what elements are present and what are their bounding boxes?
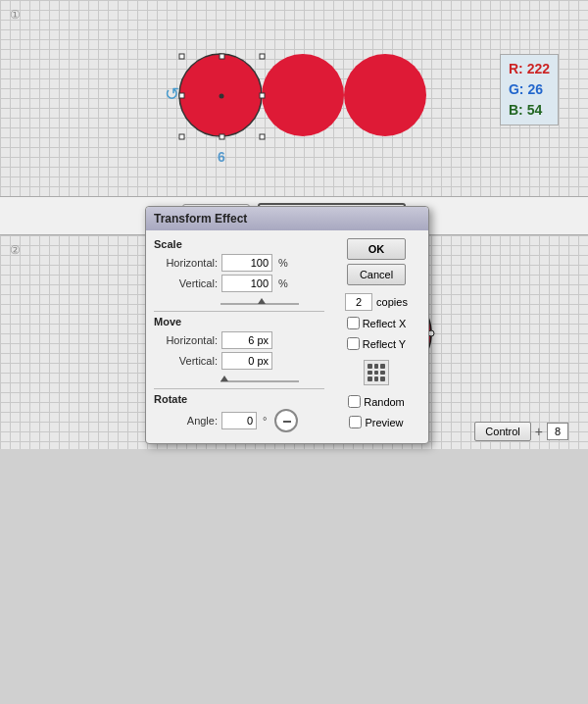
grid-transform-icon[interactable]: [364, 360, 389, 385]
rotate-dial[interactable]: [274, 409, 298, 432]
copies-row: copies: [345, 293, 408, 311]
transform-count: 6: [218, 149, 225, 165]
dial-indicator: [283, 421, 291, 423]
handle-mr[interactable]: [260, 93, 265, 98]
bottom-status: Control + 8: [474, 422, 568, 441]
move-vertical-input[interactable]: [221, 352, 272, 370]
ok-button[interactable]: OK: [347, 238, 406, 260]
transform-effect-dialog: Transform Effect Scale Horizontal: % Ver…: [145, 206, 429, 444]
reflect-y-checkbox[interactable]: [347, 337, 360, 350]
scale-slider-thumb[interactable]: [258, 298, 266, 304]
handle-tr[interactable]: [260, 54, 265, 59]
move-section-label: Move: [154, 316, 324, 327]
random-row: Random: [348, 395, 405, 408]
move-horizontal-input[interactable]: [221, 331, 272, 349]
reflect-x-label: Reflect X: [363, 318, 407, 329]
copies-input[interactable]: [345, 293, 372, 311]
scale-section-label: Scale: [154, 238, 324, 250]
circle-3: [344, 54, 426, 136]
random-label: Random: [364, 396, 405, 408]
dialog-left-panel: Scale Horizontal: % Vertical: % Move: [154, 238, 324, 435]
scale-vertical-row: Vertical: %: [154, 275, 324, 292]
plus-icon: +: [535, 424, 543, 439]
rotate-degree-unit: °: [263, 415, 267, 427]
scale-vertical-unit: %: [278, 277, 288, 289]
center-dot: [220, 94, 224, 99]
copies-label: copies: [376, 296, 408, 308]
dialog-right-panel: OK Cancel copies Reflect X Reflect Y: [332, 238, 420, 435]
rotate-angle-label: Angle:: [154, 415, 218, 427]
circle-2: [262, 54, 344, 136]
r-value: R: 222: [509, 59, 550, 79]
scale-horizontal-unit: %: [278, 257, 288, 269]
scale-horizontal-input[interactable]: [221, 254, 272, 272]
handle-bm[interactable]: [220, 134, 224, 139]
reflect-x-row: Reflect X: [347, 317, 407, 329]
scale-horizontal-row: Horizontal: %: [154, 254, 324, 272]
scale-vertical-label: Vertical:: [154, 277, 218, 289]
color-readout: R: 222 G: 26 B: 54: [500, 54, 559, 126]
top-canvas: ① ↺ 6 R: 222 G: 26 B: 54: [0, 0, 588, 196]
number-badge: 8: [547, 423, 568, 440]
move-horizontal-label: Horizontal:: [154, 334, 218, 346]
reflect-y-label: Reflect Y: [363, 338, 406, 350]
rotate-angle-input[interactable]: [221, 412, 257, 429]
handle-tl[interactable]: [179, 54, 184, 59]
cancel-button[interactable]: Cancel: [347, 264, 406, 285]
handle-br[interactable]: [260, 134, 265, 139]
dialog-title: Transform Effect: [146, 207, 428, 230]
preview-label: Preview: [365, 417, 403, 428]
move-vertical-row: Vertical:: [154, 352, 324, 370]
rotate-section-label: Rotate: [154, 393, 324, 405]
preview-checkbox[interactable]: [349, 416, 362, 428]
control-button[interactable]: Control: [474, 422, 530, 441]
move-horizontal-row: Horizontal:: [154, 331, 324, 349]
b-value: B: 54: [509, 100, 550, 121]
transform-icon: ↺: [165, 84, 179, 104]
preview-row: Preview: [349, 416, 403, 428]
handle-bl[interactable]: [179, 134, 184, 139]
reflect-y-row: Reflect Y: [347, 337, 406, 350]
reflect-x-checkbox[interactable]: [347, 317, 360, 329]
g-value: G: 26: [509, 79, 550, 100]
handle-ml[interactable]: [179, 93, 184, 98]
handle-tm[interactable]: [220, 54, 224, 59]
scale-vertical-input[interactable]: [221, 275, 272, 292]
rotate-angle-row: Angle: °: [154, 409, 324, 432]
move-slider-thumb[interactable]: [220, 376, 228, 381]
move-vertical-label: Vertical:: [154, 355, 218, 367]
random-checkbox[interactable]: [348, 395, 361, 408]
scale-horizontal-label: Horizontal:: [154, 257, 218, 269]
